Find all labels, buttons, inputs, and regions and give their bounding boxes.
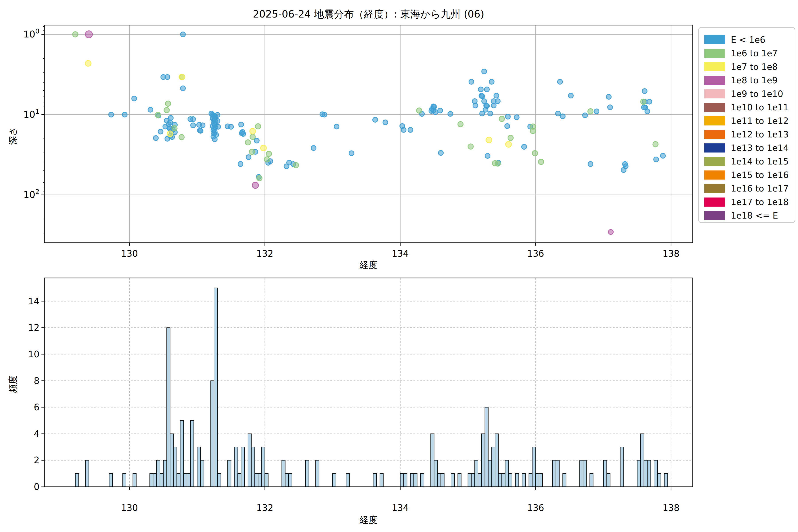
legend-entry: 1e12 to 1e13	[704, 128, 795, 141]
legend-entry: 1e15 to 1e16	[704, 168, 795, 182]
scatter-point	[557, 79, 563, 84]
hist-x-tick-label: 130	[121, 503, 138, 513]
scatter-point	[373, 117, 378, 122]
scatter-point	[647, 99, 652, 104]
legend-swatch-icon	[704, 144, 725, 152]
hist-y-tick-label: 10	[28, 349, 39, 359]
legend-label: 1e7 to 1e8	[731, 62, 778, 72]
scatter-point	[495, 99, 500, 103]
legend-swatch-icon	[704, 89, 725, 98]
hist-bar	[583, 460, 586, 487]
legend-swatch-icon	[704, 170, 725, 179]
scatter-point	[180, 86, 185, 91]
hist-y-tick-label: 2	[34, 455, 39, 465]
legend-label: 1e8 to 1e9	[731, 75, 778, 86]
scatter-point	[608, 105, 612, 110]
legend-swatch-icon	[704, 184, 725, 193]
legend-label: 1e18 <= E	[731, 211, 778, 221]
scatter-point	[180, 32, 185, 37]
legend-swatch-icon	[704, 103, 725, 112]
scatter-point	[583, 113, 587, 118]
hist-bar	[620, 447, 624, 487]
scatter-point	[153, 136, 158, 140]
hist-bar	[539, 474, 543, 487]
scatter-points	[73, 31, 665, 234]
hist-bar	[590, 474, 593, 487]
scatter-point	[239, 122, 244, 127]
scatter-point	[482, 69, 487, 74]
hist-bar	[481, 434, 485, 487]
hist-bar	[217, 474, 221, 487]
hist-x-tick-label: 134	[392, 503, 408, 513]
hist-bar	[431, 434, 434, 487]
hist-bar	[495, 434, 498, 487]
hist-y-tick-label: 4	[34, 429, 39, 439]
scatter-point	[252, 182, 259, 188]
scatter-point	[246, 155, 251, 159]
hist-bar	[498, 474, 501, 487]
scatter-point	[245, 140, 250, 145]
hist-bar	[637, 460, 641, 487]
hist-bar	[373, 474, 376, 487]
scatter-spines	[44, 25, 693, 243]
hist-bar	[644, 460, 647, 487]
hist-bar	[532, 447, 535, 487]
hist-bar	[234, 447, 238, 487]
scatter-point	[261, 145, 266, 151]
scatter-point	[506, 114, 510, 119]
hist-bar	[86, 460, 89, 487]
hist-bar	[641, 434, 644, 487]
hist-y-tick-label: 0	[34, 482, 39, 492]
hist-bar	[255, 474, 258, 487]
scatter-plot: 130132134136138100101102	[23, 25, 693, 259]
legend-entry: E < 1e6	[704, 33, 795, 46]
hist-bar	[285, 474, 288, 487]
hist-bar	[332, 474, 336, 487]
scatter-point	[485, 153, 490, 158]
scatter-point	[499, 116, 505, 121]
scatter-point	[484, 87, 490, 92]
hist-bar	[150, 474, 153, 487]
scatter-point	[458, 122, 463, 127]
scatter-point	[164, 108, 169, 113]
hist-bar	[438, 474, 441, 487]
legend-entry: 1e14 to 1e15	[704, 155, 795, 168]
hist-bar	[471, 474, 475, 487]
legend-swatch-icon	[704, 76, 725, 85]
scatter-point	[433, 110, 438, 115]
scatter-y-tick-label: 102	[23, 188, 39, 200]
hist-bar	[603, 460, 607, 487]
legend-entry: 1e13 to 1e14	[704, 141, 795, 155]
hist-bar	[265, 474, 268, 487]
figure: 2025-06-24 地震分布（経度）: 東海から九州 (06) 1301321…	[0, 0, 798, 532]
hist-bar	[289, 474, 292, 487]
hist-bar	[515, 474, 519, 487]
scatter-point	[229, 125, 233, 129]
scatter-point	[168, 120, 172, 125]
hist-y-tick-label: 6	[34, 402, 39, 412]
scatter-x-tick-label: 138	[663, 248, 679, 259]
scatter-point	[165, 75, 170, 79]
hist-bar	[458, 474, 461, 487]
hist-bar	[164, 460, 167, 487]
scatter-point	[191, 123, 195, 128]
hist-bar	[153, 474, 156, 487]
scatter-y-tick-label: 101	[23, 108, 39, 120]
scatter-point	[168, 115, 173, 120]
scatter-point	[172, 126, 177, 131]
legend-swatch-icon	[704, 157, 725, 166]
scatter-point	[588, 109, 593, 114]
hist-bar	[177, 474, 180, 487]
hist-bar	[522, 474, 525, 487]
hist-bar	[505, 460, 509, 487]
scatter-point	[641, 99, 646, 104]
scatter-x-tick-label: 132	[256, 248, 273, 259]
hist-bar	[414, 474, 417, 487]
hist-bar	[529, 474, 532, 487]
hist-bar	[647, 460, 651, 487]
legend-label: 1e9 to 1e10	[731, 89, 783, 99]
scatter-point	[568, 93, 573, 98]
scatter-point	[349, 151, 354, 156]
scatter-point	[216, 125, 221, 129]
scatter-point	[215, 113, 220, 117]
